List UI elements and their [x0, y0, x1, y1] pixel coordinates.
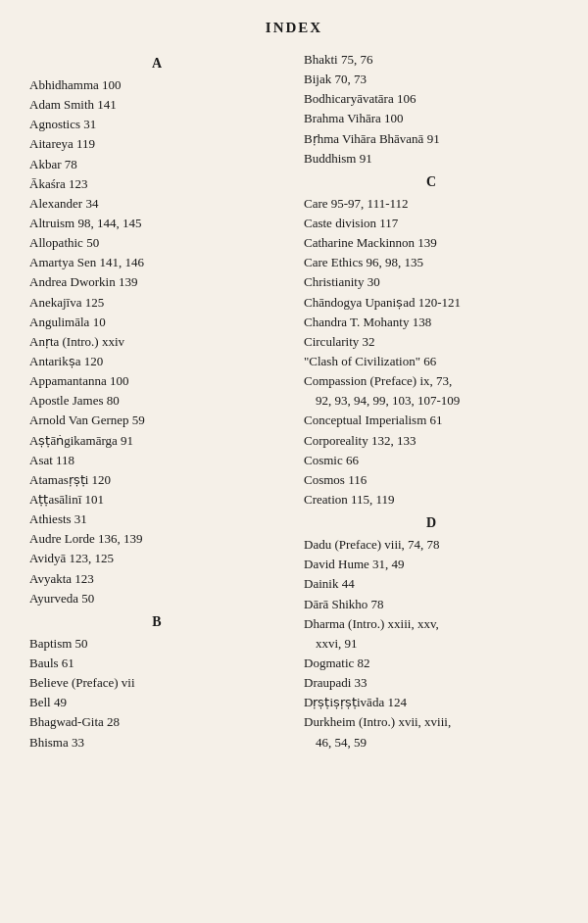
index-entry: xxvi, 91: [304, 634, 559, 654]
index-entry: Anṛta (Intro.) xxiv: [29, 332, 284, 352]
index-entry: Athiests 31: [29, 510, 284, 529]
section-header-a: A: [29, 56, 284, 72]
index-entry: Adam Smith 141: [29, 95, 284, 115]
index-entry: 46, 54, 59: [304, 733, 559, 753]
index-entry: Believe (Preface) vii: [29, 673, 284, 693]
index-entry: Antarikṣa 120: [29, 352, 284, 371]
index-entry: Durkheim (Intro.) xvii, xviii,: [304, 712, 559, 732]
index-entry: Corporeality 132, 133: [304, 431, 559, 451]
index-entry: Compassion (Preface) ix, 73,: [304, 371, 559, 391]
index-entry: Dharma (Intro.) xxiii, xxv,: [304, 614, 559, 634]
index-entry: Christianity 30: [304, 272, 559, 292]
index-entry: Aṣṭāṅgikamārga 91: [29, 431, 284, 451]
index-entry: Draupadi 33: [304, 673, 559, 693]
index-entry: Agnostics 31: [29, 115, 284, 134]
index-entry: Audre Lorde 136, 139: [29, 529, 284, 549]
index-entry: Baptism 50: [29, 634, 284, 654]
index-entry: Bijak 70, 73: [304, 70, 559, 89]
index-entry: Akbar 78: [29, 155, 284, 174]
index-entry: Avidyā 123, 125: [29, 549, 284, 568]
index-entry: Abhidhamma 100: [29, 75, 284, 95]
index-entry: Bodhicaryāvatāra 106: [304, 89, 559, 109]
index-entry: Circularity 32: [304, 332, 559, 352]
index-entry: 92, 93, 94, 99, 103, 107-109: [304, 391, 559, 411]
index-entry: Avyakta 123: [29, 569, 284, 589]
index-entry: Catharine Mackinnon 139: [304, 233, 559, 253]
index-entry: Allopathic 50: [29, 233, 284, 253]
index-entry: Bhisma 33: [29, 733, 284, 753]
index-entry: Atamasṛṣṭi 120: [29, 470, 284, 490]
index-entry: Care Ethics 96, 98, 135: [304, 253, 559, 272]
index-entry: Appamantanna 100: [29, 371, 284, 391]
index-entry: Asat 118: [29, 451, 284, 470]
index-entry: Bhakti 75, 76: [304, 50, 559, 70]
section-header-c: C: [304, 174, 559, 190]
index-entry: Care 95-97, 111-112: [304, 194, 559, 214]
index-entry: Chandra T. Mohanty 138: [304, 313, 559, 332]
index-entry: Dogmatic 82: [304, 654, 559, 673]
index-entry: Apostle James 80: [29, 391, 284, 411]
index-entry: Dainik 44: [304, 574, 559, 594]
index-entry: Andrea Dworkin 139: [29, 272, 284, 292]
index-entry: Altruism 98, 144, 145: [29, 214, 284, 233]
index-entry: Dārā Shikho 78: [304, 595, 559, 614]
index-entry: David Hume 31, 49: [304, 555, 559, 574]
index-entry: Caste division 117: [304, 214, 559, 233]
index-entry: Ākaśra 123: [29, 174, 284, 194]
index-entry: Ayurveda 50: [29, 589, 284, 608]
index-entry: Bell 49: [29, 693, 284, 712]
index-entry: Cosmos 116: [304, 470, 559, 490]
index-entry: Aṭṭasālinī 101: [29, 490, 284, 510]
index-entry: Arnold Van Gernep 59: [29, 411, 284, 430]
index-entry: Bhagwad-Gita 28: [29, 712, 284, 732]
section-header-d: D: [304, 515, 559, 531]
index-entry: Bṛhma Vihāra Bhāvanā 91: [304, 129, 559, 149]
index-entry: Creation 115, 119: [304, 490, 559, 510]
index-entry: Dṛṣṭiṣṛṣṭivāda 124: [304, 693, 559, 712]
index-entry: Anekajīva 125: [29, 293, 284, 313]
index-entry: Buddhism 91: [304, 149, 559, 169]
index-entry: Amartya Sen 141, 146: [29, 253, 284, 272]
index-entry: Cosmic 66: [304, 451, 559, 470]
left-column: AAbhidhamma 100Adam Smith 141Agnostics 3…: [29, 50, 284, 753]
index-entry: Brahma Vihāra 100: [304, 109, 559, 128]
index-entry: Chāndogya Upaniṣad 120-121: [304, 293, 559, 313]
page-title: INDEX: [29, 20, 559, 36]
index-entry: Aitareya 119: [29, 134, 284, 154]
right-column: Bhakti 75, 76Bijak 70, 73Bodhicaryāvatār…: [304, 50, 559, 753]
index-entry: Bauls 61: [29, 654, 284, 673]
index-entry: Dadu (Preface) viii, 74, 78: [304, 535, 559, 555]
section-header-b: B: [29, 614, 284, 630]
index-entry: "Clash of Civilization" 66: [304, 352, 559, 371]
index-entry: Conceptual Imperialism 61: [304, 411, 559, 430]
index-entry: Angulimāla 10: [29, 313, 284, 332]
index-entry: Alexander 34: [29, 194, 284, 214]
